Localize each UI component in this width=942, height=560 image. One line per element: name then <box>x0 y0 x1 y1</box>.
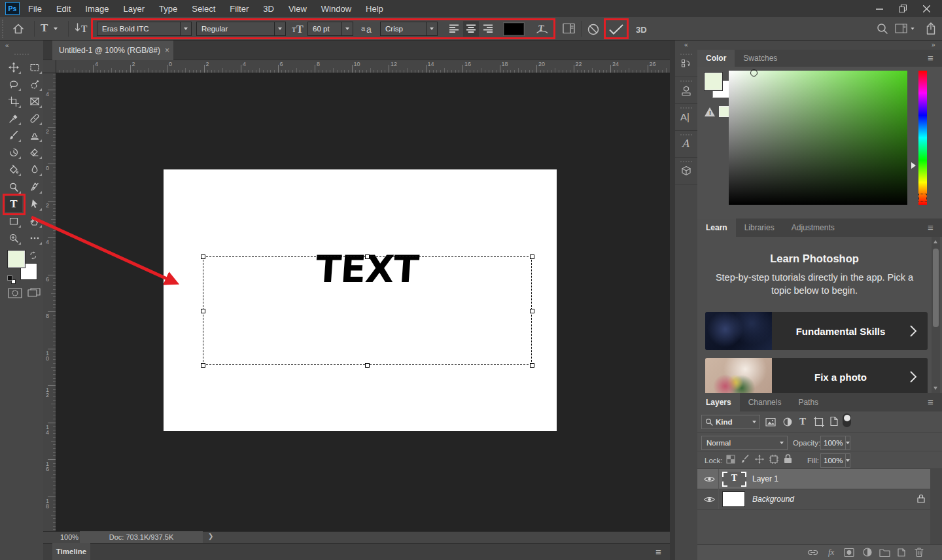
foreground-color-swatch[interactable] <box>8 251 25 268</box>
options-grip[interactable] <box>2 20 4 38</box>
learn-card-fix-a-photo[interactable]: Fix a photo <box>705 358 928 393</box>
background-visibility-icon[interactable] <box>704 495 715 504</box>
menu-image[interactable]: Image <box>78 0 116 17</box>
gradient-tool[interactable] <box>5 162 22 177</box>
character-panel-icon[interactable]: A| <box>675 105 697 131</box>
type-tool-preset-icon[interactable]: T <box>41 22 48 35</box>
screen-mode-button[interactable] <box>27 288 41 298</box>
cancel-edits-icon[interactable] <box>587 23 600 36</box>
more-tools-button[interactable] <box>26 230 43 246</box>
hue-slider[interactable] <box>918 71 927 205</box>
dock-collapse-icon[interactable]: » <box>932 41 935 48</box>
layers-panel-menu-icon[interactable]: ≡ <box>928 397 933 407</box>
tab-learn[interactable]: Learn <box>697 219 736 237</box>
lock-artboard-icon[interactable] <box>769 455 778 464</box>
filter-smart-objects-icon[interactable] <box>829 416 839 427</box>
timeline-menu-icon[interactable]: ≡ <box>655 547 661 557</box>
crop-tool[interactable] <box>5 94 22 109</box>
glyphs-panel-icon[interactable]: A <box>675 131 697 158</box>
move-tool[interactable] <box>5 60 22 75</box>
color-fg-swatch[interactable] <box>705 73 722 90</box>
clone-stamp-tool[interactable] <box>26 128 43 143</box>
swap-colors-icon[interactable] <box>29 251 38 260</box>
color-gradient-field[interactable] <box>729 71 907 205</box>
new-layer-icon[interactable] <box>897 548 906 557</box>
horizontal-ruler[interactable]: 4202468101214161820222426 <box>56 60 670 73</box>
toggle-panels-icon[interactable] <box>563 23 576 35</box>
minimize-button[interactable] <box>867 0 891 17</box>
color-cursor[interactable] <box>750 69 758 77</box>
3d-button[interactable]: 3D <box>636 25 647 35</box>
workspace-chevron-icon[interactable] <box>911 27 914 29</box>
filter-adjustment-layers-icon[interactable] <box>782 417 793 427</box>
layer1-thumbnail[interactable]: T <box>722 472 746 487</box>
dodge-tool[interactable] <box>5 179 22 195</box>
add-adjustment-icon[interactable] <box>862 547 873 557</box>
menu-window[interactable]: Window <box>314 0 358 17</box>
fill-input[interactable]: 100% <box>820 453 850 468</box>
restore-button[interactable] <box>891 0 915 17</box>
new-group-icon[interactable] <box>879 548 890 557</box>
blend-mode-select[interactable]: Normal <box>701 436 788 450</box>
menu-file[interactable]: File <box>21 0 49 17</box>
lock-image-icon[interactable] <box>741 455 750 464</box>
quick-mask-button[interactable] <box>8 288 22 298</box>
layer-effects-icon[interactable]: fx <box>828 547 834 557</box>
handle-top-center[interactable] <box>365 254 370 259</box>
tab-layers[interactable]: Layers <box>697 393 740 411</box>
learn-panel-menu-icon[interactable]: ≡ <box>928 222 933 232</box>
menu-type[interactable]: Type <box>152 0 184 17</box>
toolbar-collapse-icon[interactable]: « <box>5 42 9 49</box>
doc-size-segment[interactable]: Doc: 703.1K/937.5K <box>80 531 203 543</box>
hand-tool[interactable] <box>26 213 43 229</box>
lasso-tool[interactable] <box>5 77 22 92</box>
document-tab-close-icon[interactable]: × <box>165 46 169 55</box>
tab-paths[interactable]: Paths <box>790 393 827 411</box>
3d-material-panel-icon[interactable] <box>675 78 697 104</box>
add-mask-icon[interactable] <box>844 548 854 557</box>
handle-top-left[interactable] <box>201 254 205 259</box>
ruler-corner[interactable] <box>43 60 56 73</box>
tab-adjustments[interactable]: Adjustments <box>783 219 843 237</box>
learn-card-fundamental-skills[interactable]: Fundamental Skills <box>705 312 928 350</box>
eraser-tool[interactable] <box>26 145 43 160</box>
eyedropper-tool[interactable] <box>5 111 22 126</box>
workspace-icon[interactable] <box>895 24 908 34</box>
document-tab[interactable]: Untitled-1 @ 100% (RGB/8#) × <box>52 41 173 60</box>
background-thumbnail[interactable] <box>722 491 745 507</box>
path-selection-tool[interactable] <box>26 196 43 212</box>
scroll-down-icon[interactable] <box>933 387 937 390</box>
pen-tool[interactable] <box>26 179 43 195</box>
learn-scrollbar[interactable] <box>932 237 940 393</box>
tab-libraries[interactable]: Libraries <box>736 219 783 237</box>
default-colors-icon[interactable] <box>7 275 16 284</box>
vertical-ruler[interactable]: 42024681 01 21 41 61 8 <box>43 73 56 531</box>
home-icon[interactable] <box>12 22 25 35</box>
filter-type-layers-icon[interactable]: T <box>799 416 806 427</box>
background-name[interactable]: Background <box>752 495 794 504</box>
tab-channels[interactable]: Channels <box>740 393 790 411</box>
lock-position-icon[interactable] <box>755 455 764 464</box>
icon-dock-expand-icon[interactable]: « <box>684 41 688 48</box>
toolbar-grip[interactable] <box>14 54 29 55</box>
tab-swatches[interactable]: Swatches <box>735 50 786 67</box>
layer1-visibility-icon[interactable] <box>704 475 715 483</box>
menu-help[interactable]: Help <box>358 0 391 17</box>
healing-brush-tool[interactable] <box>26 111 43 126</box>
filter-pixel-layers-icon[interactable] <box>765 417 776 427</box>
layer-filter-select[interactable]: Kind <box>701 415 760 429</box>
handle-bottom-right[interactable] <box>530 363 534 368</box>
hue-slider-arrow[interactable] <box>911 162 916 169</box>
history-brush-tool[interactable] <box>5 145 22 160</box>
quick-selection-tool[interactable] <box>26 77 43 92</box>
status-chevron-icon[interactable]: ❯ <box>208 533 213 540</box>
tool-preset-chevron-icon[interactable] <box>54 27 58 30</box>
ps-logo[interactable]: Ps <box>5 2 20 15</box>
history-panel-icon[interactable] <box>675 51 697 77</box>
filter-toggle-pill[interactable] <box>843 413 851 427</box>
menu-view[interactable]: View <box>281 0 314 17</box>
rectangle-tool[interactable] <box>5 213 22 229</box>
handle-middle-left[interactable] <box>201 309 205 313</box>
3d-panel-icon[interactable] <box>675 158 697 184</box>
scroll-up-icon[interactable] <box>933 240 937 243</box>
